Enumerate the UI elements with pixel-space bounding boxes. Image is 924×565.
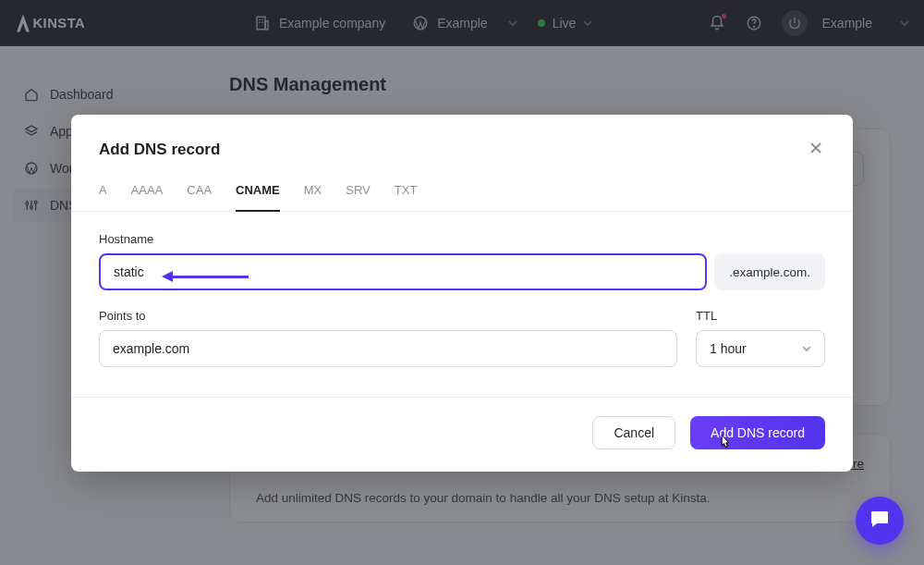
intercom-chat-button[interactable] <box>856 497 904 545</box>
hostname-suffix-text: .example.com. <box>729 265 810 279</box>
points-to-input[interactable] <box>99 330 677 367</box>
hostname-input[interactable] <box>99 253 707 290</box>
tab-aaaa[interactable]: AAAA <box>131 183 164 211</box>
tab-label: CNAME <box>236 183 280 197</box>
submit-button[interactable]: Add DNS record <box>690 416 825 449</box>
hostname-suffix: .example.com. <box>714 253 825 290</box>
tab-label: CAA <box>187 183 212 197</box>
chat-icon <box>869 508 891 534</box>
submit-label: Add DNS record <box>711 425 805 440</box>
tab-label: A <box>99 183 107 197</box>
close-icon <box>809 141 822 158</box>
tab-mx[interactable]: MX <box>304 183 322 211</box>
tab-txt[interactable]: TXT <box>395 183 418 211</box>
tab-cname[interactable]: CNAME <box>236 183 280 212</box>
tab-label: MX <box>304 183 322 197</box>
tab-srv[interactable]: SRV <box>346 183 371 211</box>
chevron-down-icon <box>802 341 811 356</box>
ttl-label: TTL <box>696 309 825 323</box>
ttl-value: 1 hour <box>710 341 747 356</box>
modal-title: Add DNS record <box>99 141 220 159</box>
tab-a[interactable]: A <box>99 183 107 211</box>
record-type-tabs: A AAAA CAA CNAME MX SRV TXT <box>71 159 853 212</box>
tab-label: SRV <box>346 183 371 197</box>
ttl-select[interactable]: 1 hour <box>696 330 825 367</box>
tab-label: AAAA <box>131 183 164 197</box>
tab-label: TXT <box>395 183 418 197</box>
add-dns-record-modal: Add DNS record A AAAA CAA CNAME MX SRV T… <box>71 115 853 472</box>
close-button[interactable] <box>807 141 825 159</box>
cancel-label: Cancel <box>614 425 654 440</box>
cancel-button[interactable]: Cancel <box>592 416 675 449</box>
hostname-label: Hostname <box>99 232 825 246</box>
points-to-label: Points to <box>99 309 677 323</box>
tab-caa[interactable]: CAA <box>187 183 212 211</box>
